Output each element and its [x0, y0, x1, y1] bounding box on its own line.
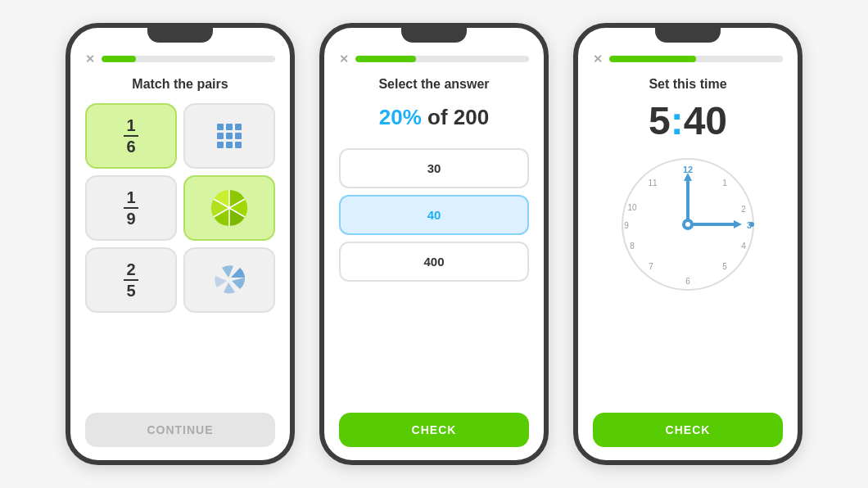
svg-text:9: 9 — [624, 221, 629, 230]
pie-green-icon — [209, 188, 250, 228]
check-button-2[interactable]: CHECK — [339, 413, 529, 447]
pair-card-fraction-1-6[interactable]: 1 6 — [85, 103, 177, 169]
progress-fill-2 — [355, 56, 416, 62]
phone2-title: Select the answer — [378, 77, 489, 92]
pair-card-pie-blue[interactable] — [183, 247, 275, 313]
continue-button[interactable]: CONTINUE — [85, 413, 275, 447]
time-colon: : — [671, 99, 684, 142]
question-text: 20% of 200 — [379, 105, 489, 130]
progress-bg-2 — [355, 56, 529, 62]
time-display: 5:40 — [649, 98, 727, 143]
clock-face-svg: 12 1 2 3 4 5 6 7 8 9 10 11 — [618, 155, 757, 294]
progress-bg-3 — [609, 56, 783, 62]
progress-fill-1 — [102, 56, 136, 62]
svg-text:10: 10 — [627, 203, 637, 212]
svg-text:4: 4 — [741, 242, 746, 251]
svg-text:5: 5 — [722, 262, 727, 271]
svg-point-25 — [685, 222, 690, 227]
pair-card-fraction-2-5[interactable]: 2 5 — [85, 247, 177, 313]
fraction-2-5: 2 5 — [124, 261, 138, 299]
pair-card-grid[interactable] — [183, 103, 275, 169]
top-bar-2: ✕ — [339, 52, 529, 66]
top-bar-1: ✕ — [85, 52, 275, 66]
question-pct: 20% — [379, 105, 422, 129]
svg-point-26 — [749, 222, 754, 227]
svg-text:1: 1 — [722, 178, 727, 188]
svg-text:2: 2 — [741, 205, 746, 214]
phone-notch-1 — [147, 28, 213, 43]
answer-30[interactable]: 30 — [339, 148, 529, 188]
phone1-title: Match the pairs — [132, 77, 228, 92]
svg-text:7: 7 — [649, 262, 653, 271]
check-button-3[interactable]: CHECK — [593, 413, 783, 447]
pie-blue-icon — [209, 260, 250, 300]
phone-3: ✕ Set this time 5:40 12 1 2 3 4 5 — [573, 23, 802, 465]
pair-card-pie-green[interactable] — [183, 175, 275, 241]
phone3-title: Set this time — [649, 77, 726, 92]
dot-grid-icon — [217, 124, 242, 148]
answer-options: 30 40 400 — [339, 148, 529, 282]
fraction-1-6: 1 6 — [124, 117, 138, 155]
progress-bg-1 — [102, 56, 275, 62]
phone-2: ✕ Select the answer 20% of 200 30 40 400… — [319, 23, 549, 465]
phone-notch-2 — [401, 28, 467, 43]
phone-notch-3 — [655, 28, 721, 43]
answer-400[interactable]: 400 — [339, 242, 529, 282]
fraction-1-9: 1 9 — [124, 189, 138, 227]
question-rest: of 200 — [422, 105, 489, 129]
svg-text:6: 6 — [685, 277, 690, 286]
time-minute: 40 — [684, 99, 727, 142]
top-bar-3: ✕ — [593, 52, 783, 66]
time-hour: 5 — [649, 99, 671, 142]
close-icon-1[interactable]: ✕ — [85, 52, 95, 66]
answer-40[interactable]: 40 — [339, 195, 529, 235]
svg-text:11: 11 — [648, 178, 658, 188]
phone-1: ✕ Match the pairs 1 6 — [66, 23, 295, 465]
close-icon-3[interactable]: ✕ — [593, 52, 603, 66]
svg-text:8: 8 — [630, 242, 635, 251]
pair-card-fraction-1-9[interactable]: 1 9 — [85, 175, 177, 241]
progress-fill-3 — [609, 56, 696, 62]
clock-container[interactable]: 12 1 2 3 4 5 6 7 8 9 10 11 — [618, 155, 757, 294]
pairs-grid: 1 6 1 9 — [85, 103, 275, 313]
close-icon-2[interactable]: ✕ — [339, 52, 349, 66]
